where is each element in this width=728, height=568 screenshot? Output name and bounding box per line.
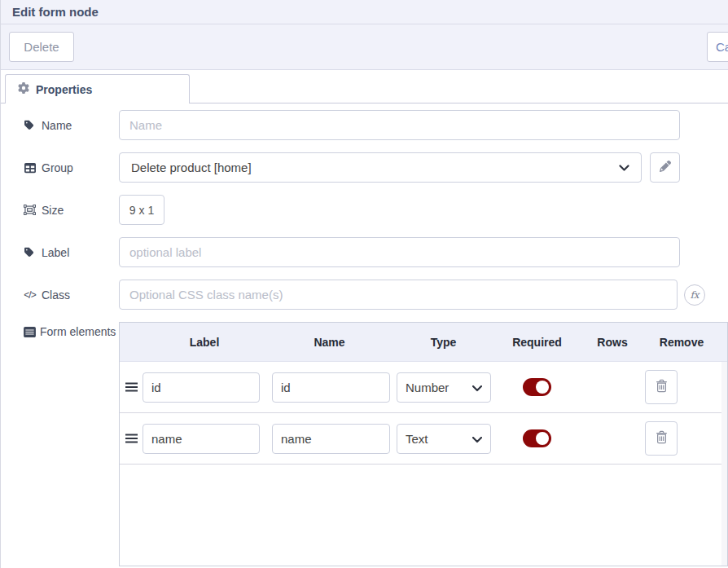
name-label: Name	[24, 119, 119, 132]
class-row: </> Class fx	[24, 280, 705, 310]
tag-icon	[24, 120, 36, 130]
group-label: Group	[24, 161, 119, 174]
element-name-input[interactable]	[272, 372, 390, 403]
tab-properties-label: Properties	[36, 83, 92, 96]
group-select-value: Delete product [home]	[131, 161, 619, 174]
element-name-input[interactable]	[272, 424, 390, 454]
delete-button[interactable]: Delete	[9, 32, 74, 62]
tab-properties[interactable]: Properties	[5, 74, 190, 103]
trash-icon	[656, 430, 668, 447]
dialog-title: Edit form node	[12, 5, 99, 19]
drag-handle-icon[interactable]	[125, 382, 138, 392]
tab-strip: Properties	[1, 70, 728, 103]
header-remove: Remove	[645, 336, 718, 349]
header-type: Type	[393, 336, 494, 349]
element-label-input[interactable]	[143, 372, 260, 403]
remove-element-button[interactable]	[645, 421, 678, 456]
table-row: Text	[120, 413, 727, 465]
label-row: Label	[24, 237, 680, 267]
size-row: Size 9 x 1	[24, 195, 680, 225]
edit-group-button[interactable]	[650, 152, 680, 183]
element-label-input[interactable]	[143, 424, 260, 454]
form-elements-label: Form elements	[24, 322, 119, 340]
required-toggle[interactable]	[523, 378, 551, 396]
class-label: </> Class	[24, 288, 119, 302]
required-toggle[interactable]	[523, 429, 551, 447]
group-select[interactable]: Delete product [home]	[119, 152, 642, 183]
drag-handle-icon[interactable]	[125, 434, 138, 443]
cancel-button[interactable]: Cancel	[707, 32, 728, 62]
header-rows: Rows	[580, 336, 645, 349]
tag-icon	[24, 247, 36, 258]
properties-form: Name Group Delete product [home]	[1, 103, 728, 566]
form-elements-table: Label Name Type Required Rows Remove	[119, 322, 728, 566]
label-label: Label	[24, 246, 119, 259]
chevron-down-icon	[472, 381, 482, 394]
element-type-select[interactable]: Text	[397, 424, 491, 454]
dialog-toolbar: Delete Cancel	[1, 24, 728, 70]
size-button[interactable]: 9 x 1	[119, 195, 164, 225]
class-input[interactable]	[119, 280, 678, 310]
label-input[interactable]	[119, 237, 680, 267]
toggle-knob	[536, 432, 549, 445]
size-label: Size	[24, 204, 119, 217]
toggle-knob	[536, 381, 549, 394]
group-row: Group Delete product [home]	[24, 152, 680, 183]
edit-form-node-dialog: Edit form node Delete Cancel Properties …	[0, 0, 728, 568]
list-alt-icon	[24, 327, 36, 337]
dialog-header: Edit form node	[1, 0, 728, 24]
table-icon	[24, 162, 36, 174]
trash-icon	[656, 379, 668, 395]
header-name: Name	[266, 336, 393, 349]
chevron-down-icon	[472, 432, 482, 446]
pencil-icon	[660, 161, 671, 174]
header-required: Required	[494, 336, 580, 349]
chevron-down-icon	[619, 161, 629, 174]
fx-badge-icon[interactable]: fx	[684, 284, 705, 306]
table-row: Number	[120, 362, 727, 413]
code-icon: </>	[24, 289, 36, 301]
object-group-icon	[24, 205, 36, 215]
name-row: Name	[24, 110, 680, 140]
header-label: Label	[143, 336, 266, 349]
form-elements-row: Form elements Label Name Type Required R…	[24, 322, 728, 566]
table-header-row: Label Name Type Required Rows Remove	[120, 323, 727, 362]
name-input[interactable]	[119, 110, 680, 140]
remove-element-button[interactable]	[645, 370, 678, 404]
gear-icon	[18, 82, 29, 96]
element-type-select[interactable]: Number	[397, 372, 491, 403]
table-scrollbar[interactable]	[721, 362, 727, 566]
